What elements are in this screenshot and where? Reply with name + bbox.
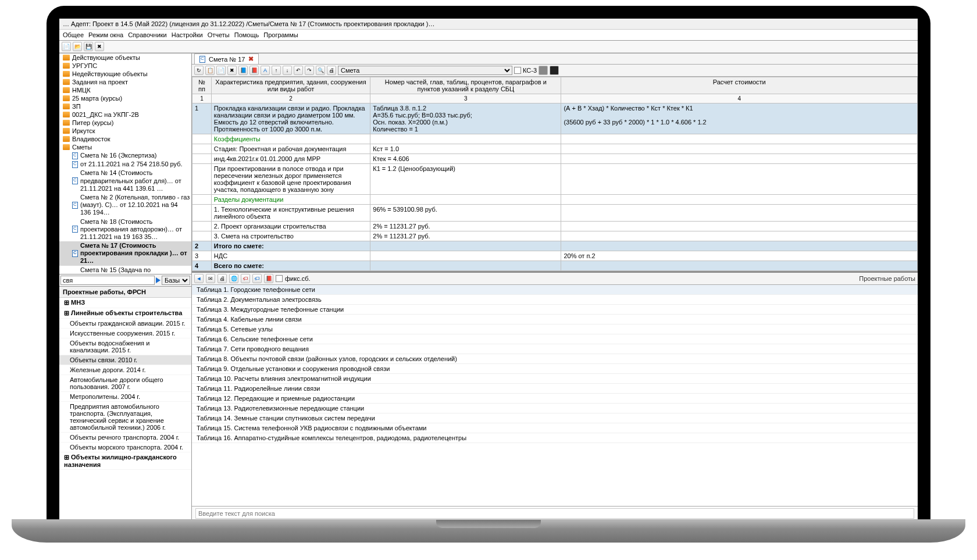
grid-cell[interactable] bbox=[561, 154, 918, 164]
doc-tab[interactable]: Смета № 17 ✖ bbox=[194, 53, 259, 64]
refresh-icon[interactable]: ↻ bbox=[194, 66, 204, 75]
detail-row[interactable]: Таблица 5. Сетевые узлы bbox=[192, 324, 918, 334]
norms-item[interactable]: Железные дороги. 2014 г. bbox=[59, 365, 191, 375]
open-icon[interactable]: 📂 bbox=[73, 42, 82, 51]
grid-cell[interactable] bbox=[192, 195, 212, 205]
menu-item[interactable]: Помощь bbox=[234, 31, 259, 38]
close-icon[interactable]: ✖ bbox=[248, 55, 254, 63]
grid-cell[interactable]: 2 bbox=[192, 241, 212, 251]
tree-doc[interactable]: Смета № 18 (Стоимость проектирования авт… bbox=[59, 217, 191, 242]
grid-cell[interactable] bbox=[370, 195, 561, 205]
grid-cell[interactable]: 20% от п.2 bbox=[561, 251, 918, 261]
norms-panel[interactable]: Проектные работы, ФРСН МНЗЛинейные объек… bbox=[59, 287, 191, 520]
pdf-icon[interactable]: 📕 bbox=[264, 274, 273, 283]
tree-folder[interactable]: Питер (курсы) bbox=[59, 119, 191, 127]
grid-cell[interactable] bbox=[561, 205, 918, 222]
tag-icon[interactable]: 🏷 bbox=[241, 274, 250, 283]
detail-list[interactable]: Таблица 1. Городские телефонные сетиТабл… bbox=[192, 285, 918, 506]
norms-item[interactable]: Искусственные сооружения. 2015 г. bbox=[59, 329, 191, 338]
detail-row[interactable]: Таблица 7. Сети проводного вещания bbox=[192, 344, 918, 354]
delete-icon[interactable]: ✖ bbox=[95, 42, 104, 51]
grid-cell[interactable]: Прокладка канализации связи и радио. Про… bbox=[211, 104, 370, 134]
norms-group[interactable]: Объекты жилищно-гражданского назначения bbox=[59, 452, 191, 470]
menu-item[interactable]: Программы bbox=[263, 31, 298, 38]
up-icon[interactable]: ↑ bbox=[272, 66, 281, 75]
tree-folder[interactable]: УРГУПС bbox=[59, 62, 191, 70]
fix-checkbox[interactable] bbox=[276, 275, 283, 282]
detail-row[interactable]: Таблица 10. Расчеты влияния электромагни… bbox=[192, 374, 918, 384]
search-go-icon[interactable] bbox=[156, 277, 161, 283]
detail-row[interactable]: Таблица 14. Земные станции спутниковых с… bbox=[192, 413, 918, 423]
down-icon[interactable]: ↓ bbox=[283, 66, 292, 75]
norms-item[interactable]: Объекты связи. 2010 г. bbox=[59, 355, 191, 365]
grid-cell[interactable]: При проектировании в полосе отвода и при… bbox=[211, 164, 370, 195]
view-select[interactable]: Смета bbox=[338, 66, 512, 75]
grid-cell[interactable]: Коэффициенты bbox=[211, 134, 370, 144]
norms-group[interactable]: Линейные объекты строительства bbox=[59, 308, 191, 319]
norms-item[interactable]: Предприятия автомобильного транспорта. (… bbox=[59, 402, 191, 433]
a-icon[interactable]: A bbox=[261, 66, 270, 75]
back-icon[interactable]: ◄ bbox=[194, 274, 204, 283]
grid-cell[interactable]: Кст = 1.0 bbox=[370, 144, 561, 154]
print2-icon[interactable]: 🖨 bbox=[217, 274, 227, 283]
menu-item[interactable]: Отчеты bbox=[208, 31, 230, 38]
grid-cell[interactable]: Всего по смете: bbox=[211, 261, 370, 271]
grid-cell[interactable] bbox=[370, 241, 561, 251]
tree-folder[interactable]: Задания на проект bbox=[59, 78, 191, 86]
grid-cell[interactable] bbox=[192, 164, 212, 195]
undo-icon[interactable]: ↶ bbox=[294, 66, 303, 75]
grid-cell[interactable]: (А + В * Хзад) * Количество * Кст * Ктек… bbox=[561, 104, 918, 134]
detail-row[interactable]: Таблица 8. Объекты почтовой связи (район… bbox=[192, 354, 918, 364]
object-tree[interactable]: Действующие объектыУРГУПСНедействующие о… bbox=[59, 53, 191, 274]
estimate-grid[interactable]: № пп Характеристика предприятия, здания,… bbox=[192, 77, 918, 272]
grid-cell[interactable] bbox=[192, 154, 212, 164]
redo-icon[interactable]: ↷ bbox=[305, 66, 314, 75]
grid-cell[interactable]: Таблица 3.8. п.1.2 А=35.6 тыс.руб; В=0.0… bbox=[370, 104, 561, 134]
norms-item[interactable]: Метрополитены. 2004 г. bbox=[59, 392, 191, 402]
tree-folder[interactable]: 25 марта (курсы) bbox=[59, 94, 191, 102]
globe-icon[interactable]: 🌐 bbox=[229, 274, 238, 283]
grid-cell[interactable]: Итого по смете: bbox=[211, 241, 370, 251]
mail-icon[interactable]: ✉ bbox=[206, 274, 215, 283]
tree-doc[interactable]: Смета № 16 (Экспертиза) bbox=[59, 151, 191, 160]
grid-cell[interactable]: 1. Технологические и конструктивные реше… bbox=[211, 205, 370, 222]
tree-folder[interactable]: Иркутск bbox=[59, 127, 191, 135]
grid-cell[interactable]: Стадия: Проектная и рабочая документация bbox=[211, 144, 370, 154]
detail-row[interactable]: Таблица 2. Документальная электросвязь bbox=[192, 295, 918, 305]
norms-group[interactable]: МНЗ bbox=[59, 298, 191, 308]
tree-folder[interactable]: Владивосток bbox=[59, 135, 191, 143]
grid-cell[interactable]: К1 = 1.2 (Ценообразующий) bbox=[370, 164, 561, 195]
norms-item[interactable]: Объекты речного транспорта. 2004 г. bbox=[59, 433, 191, 443]
grid-cell[interactable] bbox=[561, 231, 918, 241]
detail-row[interactable]: Таблица 15. Система телефонной УКВ радио… bbox=[192, 423, 918, 433]
grid-cell[interactable] bbox=[561, 164, 918, 195]
paste-icon[interactable]: 📄 bbox=[216, 66, 226, 75]
norms-item[interactable]: Объекты водоснабжения и канализации. 201… bbox=[59, 338, 191, 355]
menu-item[interactable]: Режим окна bbox=[88, 31, 123, 38]
grid-cell[interactable]: 3 bbox=[192, 251, 212, 261]
shade1-icon[interactable] bbox=[539, 66, 548, 75]
grid-cell[interactable]: 2% = 11231.27 руб. bbox=[370, 231, 561, 241]
new-icon[interactable]: 📄 bbox=[62, 42, 71, 51]
detail-row[interactable]: Таблица 4. Кабельные линии связи bbox=[192, 315, 918, 324]
grid-cell[interactable] bbox=[192, 144, 212, 154]
grid-cell[interactable]: НДС bbox=[211, 251, 370, 261]
grid-cell[interactable]: 4 bbox=[192, 261, 212, 271]
kc3-checkbox[interactable] bbox=[514, 67, 521, 74]
norms-item[interactable]: Объекты морского транспорта. 2004 г. bbox=[59, 443, 191, 452]
tree-folder[interactable]: НМЦК bbox=[59, 86, 191, 94]
tree-folder[interactable]: Действующие объекты bbox=[59, 53, 191, 62]
save-icon[interactable]: 💾 bbox=[84, 42, 93, 51]
grid-cell[interactable]: инд.4кв.2021г.к 01.01.2000 для МРР bbox=[211, 154, 370, 164]
grid-cell[interactable]: 2% = 11231.27 руб. bbox=[370, 222, 561, 231]
tree-doc[interactable]: Смета № 17 (Стоимость проектирования про… bbox=[59, 241, 191, 266]
menu-item[interactable]: Настройки bbox=[172, 31, 203, 38]
grid-cell[interactable] bbox=[561, 222, 918, 231]
grid-cell[interactable] bbox=[370, 261, 561, 271]
grid-cell[interactable]: 96% = 539100.98 руб. bbox=[370, 205, 561, 222]
grid-cell[interactable] bbox=[370, 134, 561, 144]
tree-folder[interactable]: Недействующие объекты bbox=[59, 70, 191, 78]
norms-item[interactable]: Объекты гражданской авиации. 2015 г. bbox=[59, 319, 191, 329]
detail-row[interactable]: Таблица 16. Аппаратно-студийные комплекс… bbox=[192, 433, 918, 443]
grid-cell[interactable]: 3. Смета на строительство bbox=[211, 231, 370, 241]
